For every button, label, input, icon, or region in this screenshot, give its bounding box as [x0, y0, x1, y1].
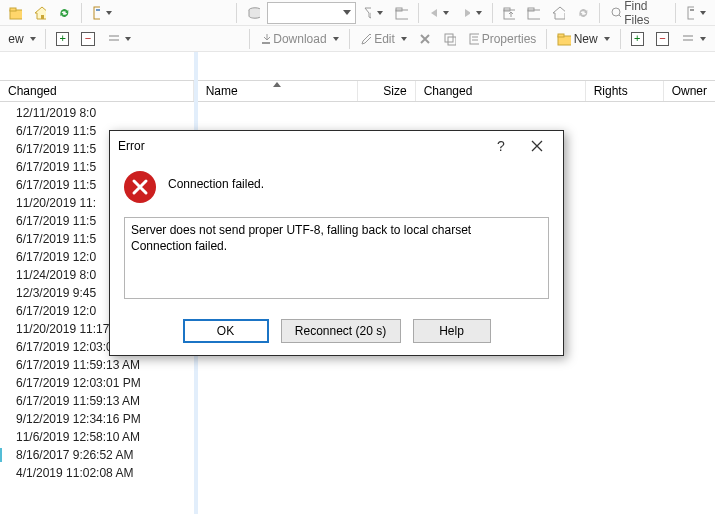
duplicate-icon[interactable]: [438, 28, 461, 50]
dialog-details[interactable]: Server does not send proper UTF-8, falli…: [124, 217, 549, 299]
dialog-message: Connection failed.: [168, 171, 264, 191]
svg-rect-22: [448, 37, 456, 45]
svg-marker-2: [35, 7, 47, 19]
col-size-label: Size: [383, 84, 406, 98]
dialog-detail-line: Connection failed.: [131, 238, 542, 254]
svg-rect-19: [109, 39, 119, 41]
right-new-label: New: [574, 32, 598, 46]
help-button[interactable]: Help: [413, 319, 491, 343]
col-changed[interactable]: Changed: [416, 81, 586, 101]
svg-rect-20: [262, 42, 270, 44]
properties-button[interactable]: Properties: [463, 28, 541, 50]
home-icon[interactable]: [29, 2, 52, 24]
left-column-changed[interactable]: Changed: [0, 81, 194, 101]
left-view-dropdown[interactable]: [102, 28, 137, 50]
drive-icon[interactable]: [242, 2, 265, 24]
find-files-button[interactable]: Find Files: [605, 2, 670, 24]
remote-folder-icon[interactable]: [390, 2, 413, 24]
right-new-dropdown[interactable]: New: [552, 28, 614, 50]
properties-label: Properties: [482, 32, 537, 46]
folder-icon[interactable]: [4, 2, 27, 24]
bookmark-dropdown[interactable]: [87, 2, 118, 24]
svg-rect-1: [10, 8, 16, 11]
col-size[interactable]: Size: [358, 81, 416, 101]
svg-rect-3: [41, 15, 44, 19]
edit-button[interactable]: Edit: [355, 28, 412, 50]
list-item[interactable]: 11/6/2019 12:58:10 AM: [0, 428, 194, 446]
dialog-title: Error: [118, 139, 483, 153]
list-item[interactable]: 6/17/2019 11:59:13 AM: [0, 392, 194, 410]
list-item[interactable]: 4/1/2019 11:02:08 AM: [0, 464, 194, 482]
download-button[interactable]: Download: [255, 28, 343, 50]
svg-line-15: [619, 15, 621, 19]
svg-rect-16: [688, 7, 695, 19]
dialog-help-icon[interactable]: ?: [483, 134, 519, 158]
svg-rect-27: [558, 34, 564, 37]
svg-rect-29: [683, 39, 693, 41]
col-name-label: Name: [206, 84, 238, 98]
reconnect-button[interactable]: Reconnect (20 s): [281, 319, 401, 343]
up-folder-icon[interactable]: [498, 2, 521, 24]
left-new-label: ew: [8, 32, 23, 46]
col-rights-label: Rights: [594, 84, 628, 98]
svg-rect-17: [690, 9, 695, 11]
nav-forward-icon[interactable]: [456, 2, 487, 24]
filter-dropdown[interactable]: [358, 2, 389, 24]
col-changed-label: Changed: [424, 84, 473, 98]
svg-rect-4: [94, 7, 101, 19]
left-column-changed-label: Changed: [8, 84, 57, 98]
left-new-dropdown[interactable]: ew: [4, 28, 40, 50]
right-collapse-minus[interactable]: −: [651, 28, 674, 50]
edit-label: Edit: [374, 32, 395, 46]
svg-rect-23: [470, 34, 479, 44]
list-item[interactable]: 8/16/2017 9:26:52 AM: [0, 446, 194, 464]
refresh-remote-icon[interactable]: [572, 2, 595, 24]
svg-rect-18: [109, 35, 119, 37]
svg-marker-13: [553, 7, 565, 19]
col-name[interactable]: Name: [198, 81, 358, 101]
error-dialog: Error ? Connection failed. Server does n…: [109, 130, 564, 356]
home-remote-icon[interactable]: [547, 2, 570, 24]
svg-point-14: [612, 8, 620, 16]
refresh-icon[interactable]: [53, 2, 76, 24]
drive-combo[interactable]: [267, 2, 356, 24]
list-item[interactable]: 6/17/2019 11:59:13 AM: [0, 356, 194, 374]
list-item[interactable]: 12/11/2019 8:0: [0, 104, 194, 122]
col-owner[interactable]: Owner: [664, 81, 715, 101]
list-item[interactable]: 6/17/2019 12:03:01 PM: [0, 374, 194, 392]
bookmark-remote-dropdown[interactable]: [681, 2, 712, 24]
right-view-dropdown[interactable]: [676, 28, 711, 50]
col-owner-label: Owner: [672, 84, 707, 98]
error-icon: [124, 171, 156, 203]
svg-text:?: ?: [497, 139, 505, 153]
nav-back-icon[interactable]: [424, 2, 455, 24]
left-collapse-minus[interactable]: −: [76, 28, 99, 50]
svg-rect-28: [683, 35, 693, 37]
col-rights[interactable]: Rights: [586, 81, 664, 101]
dialog-detail-line: Server does not send proper UTF-8, falli…: [131, 222, 542, 238]
delete-icon[interactable]: [414, 28, 436, 50]
right-collapse-plus[interactable]: +: [626, 28, 649, 50]
download-label: Download: [273, 32, 326, 46]
ok-button[interactable]: OK: [183, 319, 269, 343]
svg-rect-5: [96, 9, 101, 11]
dialog-close-icon[interactable]: [519, 134, 555, 158]
root-folder-icon[interactable]: [522, 2, 545, 24]
svg-rect-21: [445, 34, 453, 42]
find-files-label: Find Files: [624, 0, 665, 27]
left-collapse-plus[interactable]: +: [51, 28, 74, 50]
list-item[interactable]: 9/12/2019 12:34:16 PM: [0, 410, 194, 428]
